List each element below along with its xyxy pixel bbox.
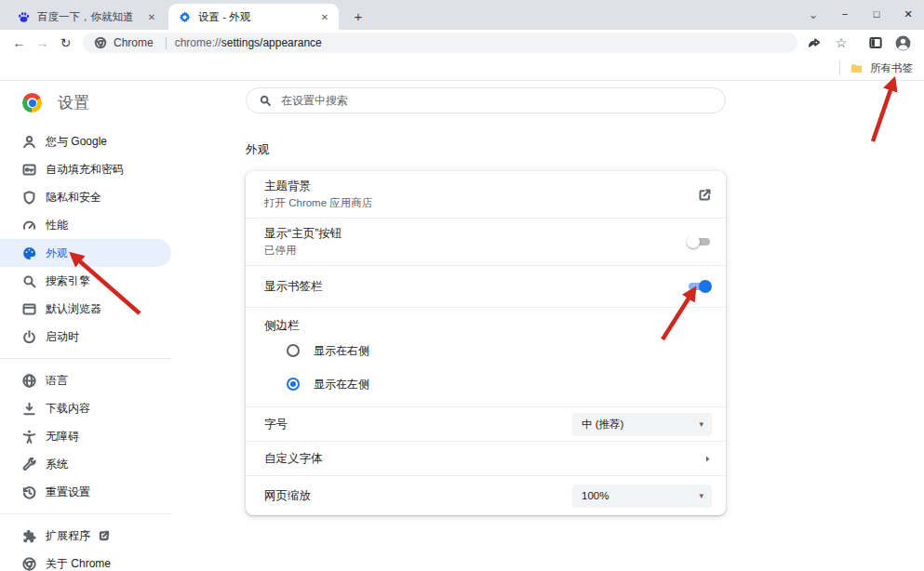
theme-row[interactable]: 主题背景 打开 Chrome 应用商店: [246, 171, 726, 219]
page-zoom-select[interactable]: 100% ▾: [572, 485, 712, 508]
caret-down-icon: ▾: [699, 491, 703, 500]
sidebar-item-about-chrome[interactable]: 关于 Chrome: [0, 550, 171, 571]
theme-subtitle: 打开 Chrome 应用商店: [264, 196, 698, 210]
custom-fonts-title: 自定义字体: [264, 451, 703, 466]
sidebar-item-downloads[interactable]: 下载内容: [0, 394, 171, 422]
chevron-right-icon: [703, 455, 712, 463]
home-button-toggle[interactable]: [687, 235, 712, 248]
omnibox-divider: [166, 37, 167, 49]
address-bar[interactable]: Chrome chrome://settings/appearance: [83, 33, 797, 53]
chrome-logo-icon: [22, 93, 42, 113]
tab-close-icon[interactable]: ✕: [145, 12, 158, 22]
show-bookmarks-toggle[interactable]: [687, 280, 712, 293]
sidebar-item-on-startup[interactable]: 启动时: [0, 323, 171, 351]
custom-fonts-row[interactable]: 自定义字体: [246, 442, 726, 476]
chrome-gray-icon: [94, 36, 107, 49]
site-label: Chrome: [114, 36, 154, 49]
share-icon[interactable]: [805, 33, 824, 52]
side-panel-title: 侧边栏: [264, 308, 712, 334]
tab-baidu[interactable]: 百度一下，你就知道 ✕: [7, 4, 166, 30]
side-panel-option-right[interactable]: 显示在右侧: [264, 334, 712, 367]
reload-button[interactable]: ↻: [54, 32, 77, 55]
bookmark-star-icon[interactable]: ☆: [832, 33, 850, 52]
settings-search[interactable]: [246, 87, 726, 113]
font-size-select[interactable]: 中 (推荐) ▾: [572, 413, 712, 436]
tab-settings[interactable]: 设置 - 外观 ✕: [168, 4, 339, 30]
sidebar-item-you-and-google[interactable]: 您与 Google: [0, 127, 171, 155]
back-button[interactable]: ←: [7, 32, 31, 55]
sidebar-item-default-browser[interactable]: 默认浏览器: [0, 295, 171, 323]
more-menu-icon[interactable]: ⋮: [920, 33, 924, 52]
font-size-value: 中 (推荐): [582, 418, 623, 432]
settings-gear-favicon-icon: [178, 10, 192, 24]
puzzle-icon: [21, 528, 37, 544]
shield-icon: [21, 190, 37, 206]
person-icon: [21, 134, 37, 150]
maximize-button[interactable]: □: [861, 0, 892, 28]
sidebar-item-accessibility[interactable]: 无障碍: [0, 422, 171, 450]
sidebar-item-system[interactable]: 系统: [0, 450, 171, 478]
home-button-state: 已停用: [264, 244, 687, 258]
theme-title: 主题背景: [264, 179, 698, 193]
sidebar-item-performance[interactable]: 性能: [0, 211, 171, 239]
chrome-outline-icon: [21, 556, 37, 571]
profile-avatar[interactable]: [893, 33, 912, 52]
forward-button[interactable]: →: [31, 32, 54, 55]
home-button-title: 显示“主页”按钮: [264, 226, 687, 241]
bookmarks-bar: 所有书签: [0, 56, 924, 81]
window-controls: ⌄ − □ ✕: [797, 0, 924, 28]
bookmarks-divider: [839, 60, 840, 75]
minimize-button[interactable]: −: [829, 0, 861, 28]
external-link-icon[interactable]: [698, 188, 712, 202]
settings-page: 设置 您与 Google 自动填充和密码 隐私和安全 性能: [0, 82, 924, 571]
sidebar-divider: [0, 513, 171, 514]
folder-icon: [850, 61, 864, 75]
page-zoom-row: 网页缩放 100% ▾: [246, 476, 726, 515]
page-zoom-title: 网页缩放: [264, 488, 572, 503]
show-bookmarks-title: 显示书签栏: [264, 279, 687, 294]
all-bookmarks-button[interactable]: 所有书签: [850, 61, 913, 75]
section-title-appearance: 外观: [246, 142, 726, 158]
sidebar-item-languages[interactable]: 语言: [0, 366, 171, 394]
settings-sidebar: 设置 您与 Google 自动填充和密码 隐私和安全 性能: [0, 82, 171, 571]
appearance-card: 主题背景 打开 Chrome 应用商店 显示“主页”按钮 已停用 显示书签栏: [246, 171, 726, 515]
settings-title: 设置: [58, 92, 89, 113]
tab-strip: 百度一下，你就知道 ✕ 设置 - 外观 ✕ + ⌄ − □ ✕: [0, 0, 924, 30]
home-button-row: 显示“主页”按钮 已停用: [246, 219, 726, 266]
close-button[interactable]: ✕: [892, 0, 924, 28]
globe-icon: [21, 373, 37, 389]
side-panel-group: 侧边栏 显示在右侧 显示在左侧: [246, 308, 726, 407]
external-link-icon: [99, 530, 110, 541]
radio-unselected-icon[interactable]: [287, 344, 300, 357]
search-icon: [259, 94, 272, 107]
browser-window: 百度一下，你就知道 ✕ 设置 - 外观 ✕ + ⌄ − □ ✕ ← → ↻ Ch…: [0, 0, 924, 571]
new-tab-button[interactable]: +: [346, 4, 370, 28]
sidebar-item-extensions[interactable]: 扩展程序: [0, 522, 171, 550]
sidebar-divider: [0, 358, 171, 359]
sidebar-item-autofill-passwords[interactable]: 自动填充和密码: [0, 155, 171, 183]
caret-down-icon: ▾: [699, 419, 703, 429]
window-menu-chevron-icon[interactable]: ⌄: [797, 0, 829, 28]
sidebar-item-reset-settings[interactable]: 重置设置: [0, 478, 171, 506]
radio-selected-icon[interactable]: [287, 378, 300, 391]
sidebar-item-search-engine[interactable]: 搜索引擎: [0, 267, 171, 295]
toolbar: ← → ↻ Chrome chrome://settings/appearanc…: [0, 30, 924, 56]
toolbar-actions: ☆ ⋮: [805, 33, 924, 52]
key-card-icon: [21, 162, 37, 178]
settings-header: 设置: [0, 82, 171, 124]
sidebar-item-appearance[interactable]: 外观: [0, 239, 171, 267]
power-icon: [21, 329, 37, 345]
url-scheme: chrome://: [175, 36, 221, 49]
side-panel-option-left[interactable]: 显示在左侧: [264, 367, 712, 401]
download-icon: [21, 401, 37, 417]
side-panel-icon[interactable]: [866, 33, 885, 52]
sidebar-item-privacy-security[interactable]: 隐私和安全: [0, 183, 171, 211]
font-size-title: 字号: [264, 417, 572, 432]
tab-close-icon[interactable]: ✕: [318, 12, 331, 22]
font-size-row: 字号 中 (推荐) ▾: [246, 407, 726, 442]
palette-icon: [21, 246, 37, 261]
sidebar-menu: 您与 Google 自动填充和密码 隐私和安全 性能 外观: [0, 127, 171, 571]
settings-search-input[interactable]: [281, 94, 713, 107]
all-bookmarks-label: 所有书签: [870, 61, 913, 75]
speedometer-icon: [21, 218, 37, 233]
